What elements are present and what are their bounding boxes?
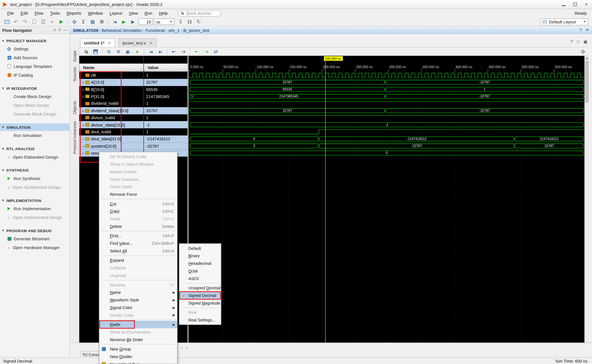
signal-row-a-15-0[interactable]: ›A[15:0] — [79, 79, 143, 86]
wave-bus-p-31-0[interactable] — [189, 94, 192, 99]
side-tab-scope[interactable]: Scope — [70, 49, 79, 63]
close-icon[interactable]: × — [581, 0, 592, 9]
step-icon[interactable]: ↧ — [176, 18, 185, 26]
signal-value-p-31-0[interactable]: 2147385345 — [144, 93, 187, 100]
menu-item-new-group[interactable]: New Group — [99, 345, 177, 353]
menu-item-select-all[interactable]: Select AllCtrl+A — [99, 247, 177, 255]
signal-value-divisor-tdata-15-0[interactable]: -1 — [144, 121, 187, 128]
waveform-area[interactable]: 0.000 ns50.000 ns100.000 ns150.000 ns200… — [188, 56, 585, 343]
flow-section-header-implementation[interactable]: ▾IMPLEMENTATION — [0, 197, 69, 204]
signal-row-divisor-tdata-15-0[interactable]: ›divisor_tdata[15:0] — [79, 121, 143, 128]
panel-help-icon[interactable]: ? — [579, 28, 582, 32]
signal-value-dout-tdata-31-0[interactable]: -2147418112 — [144, 135, 187, 142]
flow-item-run-simulation[interactable]: Run Simulation — [0, 131, 69, 140]
expand-arrow-icon[interactable]: › — [81, 80, 85, 85]
flow-section-header-simulation[interactable]: ▾SIMULATION — [0, 123, 69, 131]
zoom-in-icon[interactable]: ⊕ — [114, 48, 123, 55]
tcl-console-tab[interactable]: Tcl Consol — [80, 351, 100, 358]
minimize-icon[interactable] — [558, 0, 569, 9]
waveform-svg[interactable]: 0.000 ns50.000 ns100.000 ns150.000 ns200… — [188, 56, 585, 343]
delete-icon[interactable]: × — [48, 18, 57, 26]
expand-arrow-icon[interactable]: › — [81, 123, 85, 127]
menu-item-cut[interactable]: CutCtrl+X — [99, 200, 177, 208]
menu-item-remove-force[interactable]: Remove Force — [99, 190, 177, 198]
signal-row-p-31-0[interactable]: ›P[31:0] — [79, 93, 143, 100]
menu-item-signed-magnitude[interactable]: Signed Magnitude — [179, 299, 221, 307]
pause-icon[interactable] — [185, 18, 194, 26]
flow-nav-help-icon[interactable]: ? — [58, 28, 61, 32]
go-to-end-icon[interactable]: ▶| — [156, 48, 165, 55]
wave-bit-dout-tvalid[interactable] — [189, 130, 584, 134]
time-unit-select[interactable]: us ▼ — [154, 19, 174, 25]
paste-icon[interactable] — [39, 18, 48, 26]
side-tab-protocol-instances[interactable]: Protocol Instances — [70, 118, 79, 157]
redo-icon[interactable]: ↷ — [20, 18, 29, 26]
tab-close-icon[interactable]: ✕ — [108, 41, 111, 45]
menu-item-waveform-style[interactable]: Waveform Style▶ — [99, 296, 177, 304]
menu-item-expand[interactable]: Expand — [99, 257, 177, 264]
flow-item-run-implementation[interactable]: Run Implementation — [0, 204, 69, 213]
flow-section-header-synthesis[interactable]: ▾SYNTHESIS — [0, 167, 69, 174]
signal-value-b-15-0[interactable]: 65535 — [144, 86, 187, 93]
open-project-icon[interactable] — [2, 18, 11, 26]
tab-untitled-1[interactable]: Untitled 1*✕ — [80, 39, 115, 47]
menu-reports[interactable]: Reports — [63, 10, 85, 16]
flow-item-open-implemented-design[interactable]: ›Open Implemented Design — [0, 213, 69, 221]
signal-row-quotient-15-0[interactable]: ›quotient[15:0] — [79, 143, 143, 150]
menu-item-unsigned-decimal[interactable]: Unsigned Decimal — [179, 284, 221, 292]
menu-run[interactable]: Run — [141, 10, 156, 16]
save-icon[interactable] — [90, 48, 100, 55]
tab-ipcore-test-v[interactable]: ipcore_test.v✕ — [119, 39, 156, 47]
run-all-icon[interactable]: ▶ — [119, 18, 128, 26]
zoom-to-cursor-icon[interactable]: + — [132, 48, 142, 55]
flow-item-open-synthesized-design[interactable]: ›Open Synthesized Design — [0, 183, 69, 191]
signal-row-dividend-tdata-15-0[interactable]: ›dividend_tdata[15:0] — [79, 107, 143, 114]
menu-item-hexadecimal[interactable]: Hexadecimal — [179, 259, 221, 267]
signal-row-b-15-0[interactable]: ›B[15:0] — [79, 86, 143, 93]
flow-section-header-project-manager[interactable]: ▾PROJECT MANAGER — [0, 37, 69, 45]
tab-close-icon[interactable]: ✕ — [149, 41, 153, 45]
copy-icon[interactable] — [29, 18, 38, 26]
flow-nav-menu-icon[interactable]: ≡ — [54, 28, 56, 32]
signal-row-clk[interactable]: clk — [79, 72, 143, 79]
menu-item-reverse-bit-order[interactable]: Reverse Bit Order — [99, 336, 177, 343]
sum-icon[interactable]: Σ — [79, 18, 88, 26]
flow-item-language-templates[interactable]: Language Templates — [0, 62, 69, 71]
menu-item-new-virtual-bus[interactable]: New Virtual Bus — [99, 360, 177, 364]
flow-item-run-synthesis[interactable]: Run Synthesis — [0, 174, 69, 183]
menu-flow[interactable]: Flow — [31, 10, 47, 16]
flow-item-settings[interactable]: Settings — [0, 45, 69, 53]
zoom-out-icon[interactable]: ⊖ — [104, 48, 114, 55]
menu-item-find-value[interactable]: Find Value...Ctrl+Shift+F — [99, 239, 177, 247]
expand-right-icon[interactable]: › — [181, 345, 183, 350]
menu-item-real-settings[interactable]: Real Settings... — [179, 316, 221, 324]
run-for-icon[interactable]: ▶ — [128, 18, 137, 26]
relaunch-icon[interactable]: ↻ — [194, 18, 203, 26]
find-icon[interactable] — [81, 48, 90, 55]
settings-icon[interactable] — [70, 18, 79, 26]
tab-maximize-icon[interactable]: ▣ — [584, 39, 587, 44]
menu-window[interactable]: Window — [85, 10, 106, 16]
menu-item-copy[interactable]: CopyCtrl+C — [99, 208, 177, 215]
report-icon[interactable]: ▦ — [88, 18, 97, 26]
flow-item-generate-block-design[interactable]: Generate Block Design — [0, 109, 69, 118]
menu-item-radix[interactable]: Radix▶ — [99, 321, 177, 328]
flow-item-open-elaborated-design[interactable]: ›Open Elaborated Design — [0, 152, 69, 161]
run-icon[interactable] — [57, 18, 66, 26]
restart-icon[interactable]: |◀ — [110, 18, 119, 26]
expand-arrow-icon[interactable]: › — [81, 144, 85, 148]
menu-item-octal[interactable]: Octal — [179, 267, 221, 275]
menu-item-name[interactable]: Name▶ — [99, 289, 177, 296]
signal-row-dout-tdata-31-0[interactable]: ›dout_tdata[31:0] — [79, 135, 143, 142]
signal-value-dividend-tvalid[interactable]: 1 — [144, 100, 187, 107]
flow-section-header-ip-integrator[interactable]: ▾IP INTEGRATOR — [0, 85, 69, 92]
expand-arrow-icon[interactable]: › — [81, 94, 85, 99]
next-transition-icon[interactable]: ⇥ — [178, 48, 188, 55]
add-marker-prev-icon[interactable]: ⇠ — [192, 48, 202, 55]
menu-item-signed-decimal[interactable]: ✓Signed Decimal — [179, 292, 221, 299]
undo-icon[interactable]: ↶ — [11, 18, 20, 26]
run-time-input[interactable] — [139, 19, 153, 25]
layout-select[interactable]: Default Layout ▼ — [540, 18, 588, 25]
signal-row-dout-tvalid[interactable]: dout_tvalid — [79, 128, 143, 135]
menu-layout[interactable]: Layout — [106, 10, 125, 16]
